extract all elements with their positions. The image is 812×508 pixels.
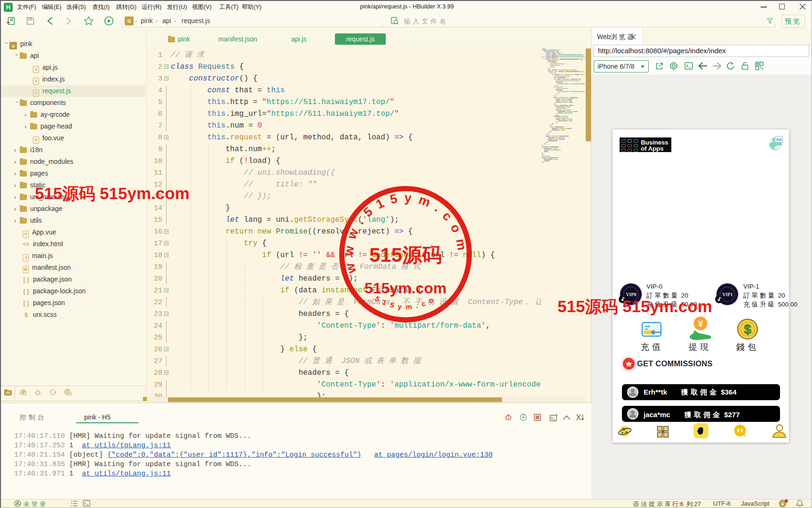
svg-text:¥: ¥ <box>698 319 703 329</box>
svg-text:515ym.com: 515ym.com <box>365 280 446 297</box>
svg-text:$: $ <box>744 322 751 337</box>
svg-text:515源码: 515源码 <box>369 244 442 266</box>
